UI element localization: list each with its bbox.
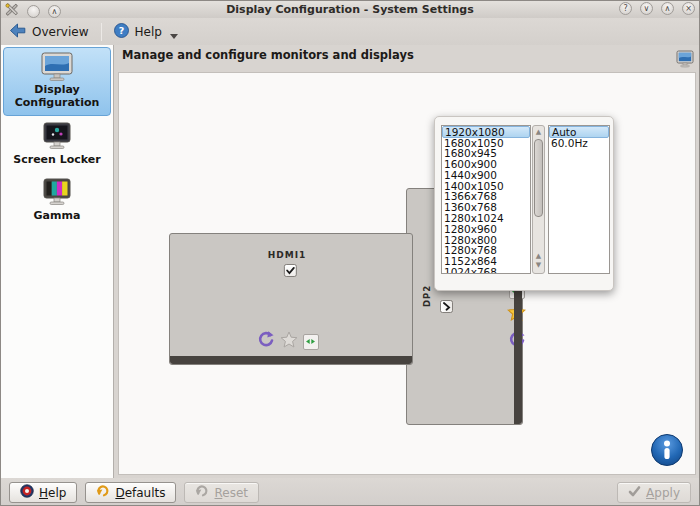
undo-arrow-icon: [195, 484, 209, 501]
refresh-rate-option[interactable]: 60.0Hz: [549, 138, 609, 149]
hdmi1-enabled-checkbox[interactable]: [284, 264, 297, 277]
scroll-up-icon[interactable]: ▲: [533, 129, 544, 136]
undo-arrow-icon: [96, 484, 110, 501]
dp2-enabled-checkbox[interactable]: [440, 300, 453, 313]
info-icon[interactable]: [650, 433, 684, 471]
maximize-button[interactable]: ∧: [661, 2, 674, 15]
titlebar[interactable]: ∧ Display Configuration - System Setting…: [1, 1, 699, 18]
back-arrow-icon: [9, 23, 26, 41]
reset-button-label: Reset: [214, 486, 248, 500]
close-button[interactable]: ×: [682, 2, 695, 15]
page-title: Manage and configure monitors and displa…: [122, 48, 414, 62]
monitor-stand-bar: [170, 356, 412, 364]
monitor-arrangement-area: HDMI1: [118, 72, 696, 475]
pin-window-button[interactable]: [27, 5, 40, 18]
app-tools-icon: [4, 2, 19, 21]
window-title: Display Configuration - System Settings: [1, 3, 699, 16]
display-icon: [676, 50, 694, 72]
rotate-icon[interactable]: [256, 330, 275, 353]
help-button[interactable]: Help: [9, 482, 77, 503]
sidebar-item-label: Screen Locker: [13, 153, 100, 166]
defaults-button[interactable]: Defaults: [85, 482, 176, 503]
life-preserver-icon: [20, 484, 34, 501]
resolution-popup: 1920x10801680x10501680x9451600x9001440x9…: [434, 116, 614, 291]
screen-locker-icon: [40, 122, 74, 152]
system-settings-window: ∧ Display Configuration - System Setting…: [0, 0, 700, 506]
sidebar-item-gamma[interactable]: Gamma: [3, 174, 111, 228]
apply-button[interactable]: Apply: [617, 482, 691, 503]
apply-button-label: Apply: [646, 486, 680, 500]
overview-button[interactable]: Overview: [1, 21, 97, 43]
footer-bar: Help Defaults Reset: [1, 478, 699, 506]
toolbar: Overview ? Help: [1, 18, 699, 45]
sidebar-item-screen-locker[interactable]: Screen Locker: [3, 118, 111, 172]
shade-window-button[interactable]: ∧: [48, 5, 61, 18]
overview-label: Overview: [32, 25, 89, 39]
fit-to-size-icon[interactable]: [303, 334, 319, 350]
display-monitor-icon: [40, 52, 74, 82]
sidebar-item-label: Display Configuration: [15, 83, 100, 109]
star-icon[interactable]: [280, 331, 298, 353]
whats-this-button[interactable]: ?: [619, 2, 632, 15]
help-menu-button[interactable]: ? Help: [106, 21, 186, 43]
checkmark-icon: [441, 301, 452, 312]
scroll-down-icon[interactable]: ▼: [533, 262, 544, 269]
toolbar-separator: [101, 23, 102, 41]
resolution-option[interactable]: 1920x1080: [442, 126, 530, 138]
help-menu-label: Help: [135, 25, 162, 39]
sidebar: Display Configuration Screen Locker: [1, 45, 114, 478]
scrollbar[interactable]: ▲ ▲ ▼: [532, 125, 545, 274]
reset-button[interactable]: Reset: [184, 482, 259, 503]
refresh-rate-option[interactable]: Auto: [549, 126, 609, 138]
defaults-button-label: Defaults: [115, 486, 165, 500]
chevron-down-icon: [170, 34, 178, 39]
resolution-list[interactable]: 1920x10801680x10501680x9451600x9001440x9…: [441, 125, 531, 274]
monitor-widget-hdmi1[interactable]: HDMI1: [169, 233, 413, 365]
resolution-option[interactable]: 1024x768: [442, 267, 530, 274]
help-button-label: Help: [39, 486, 66, 500]
monitor-name-label: HDMI1: [170, 250, 404, 260]
svg-text:?: ?: [118, 25, 124, 36]
sidebar-item-label: Gamma: [34, 209, 81, 222]
scroll-up-icon[interactable]: ▲: [533, 253, 544, 260]
help-icon: ?: [114, 23, 129, 41]
minimize-button[interactable]: ∨: [640, 2, 653, 15]
checkmark-icon: [285, 265, 296, 276]
gamma-icon: [40, 178, 74, 208]
scrollbar-thumb[interactable]: [534, 139, 543, 217]
monitor-name-label: DP2: [422, 284, 432, 308]
sidebar-item-display-configuration[interactable]: Display Configuration: [3, 47, 111, 116]
refresh-rate-list[interactable]: Auto60.0Hz: [548, 125, 610, 274]
checkmark-icon: [628, 485, 641, 501]
